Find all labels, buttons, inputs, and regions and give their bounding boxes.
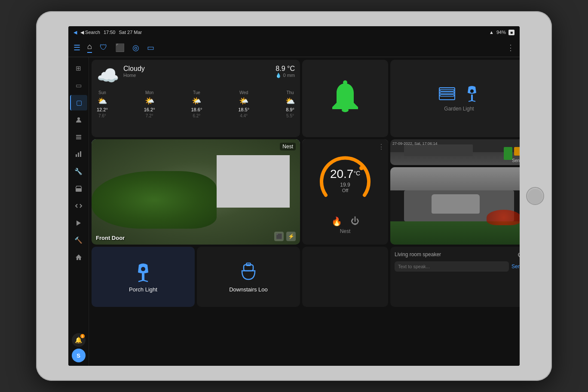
svg-marker-8 [77,220,81,226]
svg-rect-13 [440,92,454,94]
nav-building-icon[interactable]: ⬛ [115,43,125,52]
gc-back-wall [404,144,473,156]
sidebar-item-tablet[interactable]: ▢ [70,95,87,110]
svg-rect-14 [440,95,454,96]
gc-yellow-item [514,147,520,156]
sidebar-item-devices[interactable]: ▭ [70,78,87,93]
sidebar-item-store[interactable] [70,181,87,196]
status-date: Sat 27 Mar [119,30,142,35]
power-icon[interactable]: ⏻ [351,216,359,227]
forecast-high-wed: 18.5° [238,107,249,112]
svg-point-0 [77,117,80,120]
forecast-day-name-mon: Mon [145,90,153,95]
temp-unit: °C [353,169,360,176]
home-button[interactable] [526,187,544,205]
nest-label: Nest [340,228,351,234]
thermostat-dots[interactable]: ⋮ [378,143,385,151]
gc-green-item [504,147,512,160]
downstairs-loo-label: Downstairs Loo [229,286,268,293]
cam-record-btn[interactable]: ⬛ [274,232,284,241]
tts-send-button[interactable]: Send [511,263,520,270]
svg-rect-2 [76,137,81,138]
garage-light-tile[interactable]: ⋮ [390,60,520,137]
nest-controls: 🔥 ⏻ [331,216,359,227]
garden-light-label: Garden Light [444,106,474,112]
svg-point-9 [342,108,349,112]
front-door-camera-tile[interactable]: Nest Front Door ⬛ ⚡ [92,139,300,245]
nav-menu-dots[interactable]: ⋮ [507,43,514,52]
sidebar-item-wrench[interactable]: 🔧 [70,164,87,179]
forecast-sun: Sun ⛅ 12.2° 7.6° [97,90,108,118]
sidebar-item-person[interactable] [70,112,87,128]
sidebar-item-home[interactable] [70,250,87,265]
sidebar-item-code[interactable] [70,198,87,214]
forecast-icon-tue: 🌤️ [192,96,201,106]
forecast-high-sun: 12.2° [97,107,108,112]
nav-shield-icon[interactable]: 🛡 [100,43,107,52]
weather-location: Home [123,73,271,78]
thermostat-tile[interactable]: ⋮ 20.7°C 19.9 Off [302,139,388,245]
garage-timestamp: 27-09-2022, Sat, 17:06:14 [392,141,438,146]
driveway-camera-tile[interactable] [390,167,520,245]
front-cam-label: Front Door [96,235,125,241]
hamburger-icon[interactable]: ☰ [74,43,80,52]
battery-icon: ■ [508,30,514,35]
sidebar: ⊞ ▭ ▢ 🔧 [68,57,89,366]
nav-monitor-icon[interactable]: ▭ [147,43,154,52]
nav-home-icon[interactable]: ⌂ [87,42,92,53]
thermostat-temp-display: 20.7°C 19.9 Off [330,167,360,193]
speaker-label: Living room speaker [395,251,441,257]
weather-info: Cloudy Home [123,65,271,78]
front-cam-top-label: Nest [280,143,296,150]
downstairs-loo-tile[interactable]: Downstairs Loo [197,247,300,307]
cam-flash-btn[interactable]: ⚡ [286,232,296,241]
forecast-day-name-tue: Tue [193,90,200,95]
weather-condition: Cloudy [123,65,271,73]
ipad-screen: ◀ ◀ Search 17:50 Sat 27 Mar ▲ 94% ■ ☰ ⌂ … [68,26,520,366]
forecast-low-tue: 6.2° [193,113,200,118]
forecast-low-sun: 7.6° [98,113,106,118]
sidebar-item-chart[interactable] [70,147,87,162]
forecast-low-mon: 7.2° [146,113,153,118]
forecast-tue: Tue 🌤️ 18.6° 6.2° [191,90,202,118]
sidebar-item-tool[interactable]: 🔨 [70,233,87,248]
toilet-icon [238,261,259,283]
svg-rect-12 [440,89,454,91]
garage-icons-row [438,85,480,102]
forecast-icon-thu: ⛅ [285,96,295,106]
speaker-power-icon[interactable]: ⏻ [518,251,520,258]
forecast-mon: Mon 🌤️ 16.2° 7.2° [144,90,155,118]
porch-light-tile[interactable]: Porch Light [92,247,195,307]
temp-target: 19.9 [330,182,360,188]
svg-line-25 [143,280,148,282]
sidebar-item-list[interactable] [70,129,87,145]
svg-rect-1 [76,135,81,136]
sidebar-item-play[interactable] [70,215,87,231]
status-bar-left: ◀ ◀ Search 17:50 Sat 27 Mar [74,30,142,35]
forecast-wed: Wed 🌤️ 18.5° 4.4° [238,90,249,118]
nav-bar: ☰ ⌂ 🛡 ⬛ ◎ ▭ ⋮ [68,38,520,57]
weather-tile[interactable]: ☁️ Cloudy Home 8.9 °C 💧 0 mm [92,60,300,137]
notification-bell[interactable]: 🔔 3 [72,333,86,347]
heat-icon[interactable]: 🔥 [331,216,342,227]
svg-rect-22 [142,273,144,280]
sidebar-item-dashboard[interactable]: ⊞ [70,61,87,76]
back-button[interactable]: ◀ [74,30,77,35]
front-door-cam-view [92,139,300,245]
cam-greenery [92,171,217,229]
more-icon[interactable]: ⋮ [518,63,520,70]
forecast-low-thu: 5.5° [286,113,294,118]
garage-camera-tile[interactable]: 27-09-2022, Sat, 17:06:14 Sensor [390,139,520,165]
svg-rect-3 [76,138,81,139]
sidebar-bottom: 🔔 3 S [72,333,86,362]
garden-light-icon[interactable] [464,85,480,102]
garage-door-icon[interactable] [438,86,456,101]
nav-info-icon[interactable]: ◎ [132,43,139,52]
user-avatar[interactable]: S [72,349,86,362]
weather-temp: 8.9 °C [276,65,295,73]
svg-line-18 [472,101,475,101]
temp-status: Off [330,188,360,193]
bell-tile[interactable] [302,60,388,137]
status-bar: ◀ ◀ Search 17:50 Sat 27 Mar ▲ 94% ■ [68,26,520,38]
tts-input[interactable] [395,261,509,272]
